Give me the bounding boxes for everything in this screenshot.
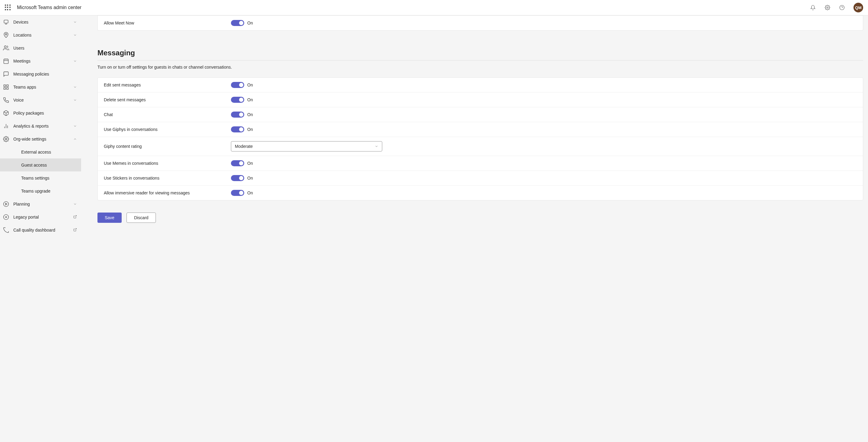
users-icon [2,44,10,52]
toggle-use-memes[interactable] [231,160,244,166]
svg-marker-22 [5,203,7,205]
setting-control: On [231,20,857,26]
setting-row-edit-sent-messages: Edit sent messages On [98,78,863,93]
save-button[interactable]: Save [97,212,122,223]
svg-rect-15 [7,88,8,89]
setting-row-delete-sent-messages: Delete sent messages On [98,93,863,107]
sidebar-item-label: Locations [13,33,69,37]
settings-gear-icon [2,135,10,143]
toggle-state: On [247,191,253,195]
toggle-state: On [247,127,253,132]
setting-row-immersive-reader: Allow immersive reader for viewing messa… [98,185,863,200]
section-title-messaging: Messaging [97,43,863,61]
sidebar-item-label: Teams settings [21,176,78,180]
main-content: Allow Meet Now On Messaging Turn on or t… [81,15,868,442]
setting-row-allow-meet-now: Allow Meet Now On [98,15,863,30]
external-link-icon [73,215,78,219]
setting-row-use-stickers: Use Stickers in conversations On [98,171,863,185]
location-icon [2,31,10,39]
sidebar-item-policy-packages[interactable]: Policy packages [0,106,81,120]
setting-control: On [231,82,857,88]
sidebar-item-teams-upgrade[interactable]: Teams upgrade [0,184,81,197]
toggle-state: On [247,161,253,166]
setting-control: Moderate [231,141,857,151]
toggle-chat[interactable] [231,111,244,117]
analytics-icon [2,123,10,130]
settings-icon[interactable] [825,4,831,10]
setting-control: On [231,160,857,166]
sidebar-item-teams-settings[interactable]: Teams settings [0,171,81,184]
svg-point-21 [4,201,9,206]
setting-label: Use Giphys in conversations [104,127,231,132]
app-launcher-icon[interactable] [5,4,11,10]
sidebar-item-users[interactable]: Users [0,41,81,55]
svg-rect-3 [4,20,8,23]
sidebar-item-meetings[interactable]: Meetings [0,55,81,67]
sidebar-item-locations[interactable]: Locations [0,28,81,41]
setting-row-chat: Chat On [98,107,863,122]
sidebar-item-label: Call quality dashboard [13,228,68,233]
setting-control: On [231,175,857,181]
sidebar-item-label: Voice [13,98,69,102]
global-header: Microsoft Teams admin center QM [0,0,868,15]
svg-point-1 [840,5,844,10]
sidebar-item-planning[interactable]: Planning [0,197,81,210]
layout: Devices Locations Users Meetings [0,15,868,442]
toggle-use-stickers[interactable] [231,175,244,181]
toggle-use-giphys[interactable] [231,126,244,132]
sidebar-item-messaging-policies[interactable]: Messaging policies [0,67,81,80]
sidebar-item-call-quality-dashboard[interactable]: Call quality dashboard [0,224,81,236]
chevron-up-icon [73,137,78,141]
chevron-down-icon [375,144,378,148]
planning-icon [2,200,10,208]
external-link-icon [73,228,78,232]
toggle-immersive-reader[interactable] [231,190,244,196]
select-giphy-content-rating[interactable]: Moderate [231,141,382,151]
phone-icon [2,96,10,104]
svg-point-6 [5,34,7,35]
setting-label: Chat [104,112,231,117]
notifications-icon[interactable] [810,4,816,10]
avatar[interactable]: QM [854,3,863,12]
toggle-state: On [247,112,253,117]
toggle-edit-sent-messages[interactable] [231,82,244,88]
toggle-delete-sent-messages[interactable] [231,97,244,103]
sidebar-item-legacy-portal[interactable]: Legacy portal [0,210,81,224]
sidebar-item-label: Users [13,46,78,50]
sidebar-item-external-access[interactable]: External access [0,145,81,159]
sidebar-item-voice[interactable]: Voice [0,94,81,106]
sidebar-item-label: Policy packages [13,111,78,115]
chevron-down-icon [73,84,78,90]
chevron-down-icon [73,202,78,206]
setting-label: Edit sent messages [104,82,231,88]
setting-label: Use Memes in conversations [104,161,231,166]
sidebar-item-teams-apps[interactable]: Teams apps [0,80,81,94]
setting-label: Use Stickers in conversations [104,176,231,180]
select-value: Moderate [235,144,253,149]
setting-row-use-memes: Use Memes in conversations On [98,156,863,171]
svg-point-0 [827,7,828,8]
svg-rect-8 [4,59,8,64]
call-quality-icon [2,227,10,234]
help-icon[interactable] [839,4,845,10]
toggle-allow-meet-now[interactable] [231,20,244,26]
calendar-icon [2,58,10,65]
toggle-state: On [247,21,253,25]
sidebar-item-label: Org-wide settings [13,137,69,141]
sidebar-item-analytics-reports[interactable]: Analytics & reports [0,120,81,132]
package-icon [2,109,10,117]
app-title: Microsoft Teams admin center [17,5,82,10]
devices-icon [2,19,10,26]
toggle-state: On [247,176,253,180]
sidebar-item-guest-access[interactable]: Guest access [0,159,81,171]
sidebar-item-label: Devices [13,20,69,25]
action-buttons: Save Discard [97,212,863,223]
chevron-down-icon [73,20,78,25]
header-right: QM [810,3,863,12]
sidebar-item-devices[interactable]: Devices [0,15,81,28]
chevron-down-icon [73,33,78,37]
discard-button[interactable]: Discard [126,212,156,223]
sidebar-item-org-wide-settings[interactable]: Org-wide settings [0,132,81,145]
setting-label: Allow Meet Now [104,21,231,25]
messaging-card: Edit sent messages On Delete sent messag… [97,77,863,200]
